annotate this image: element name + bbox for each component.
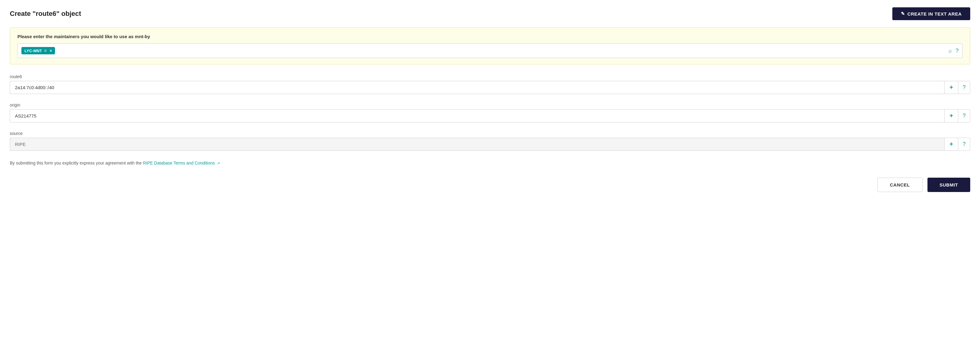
mnt-by-label: Please enter the maintainers you would l… — [18, 34, 963, 39]
origin-input[interactable] — [10, 109, 944, 122]
route6-label: route6 — [10, 74, 970, 79]
origin-help-button[interactable]: ? — [958, 109, 970, 122]
origin-field-section: origin + ? — [10, 103, 970, 122]
mnt-tag-star-icon: ☆ — [44, 49, 47, 53]
mnt-by-input-row[interactable]: LYC-MNT ☆ × ⌕ ? — [18, 43, 963, 58]
edit-icon: ✎ — [901, 11, 905, 16]
page-title: Create "route6" object — [10, 10, 81, 18]
source-field-section: source + ? — [10, 131, 970, 151]
route6-help-button[interactable]: ? — [958, 81, 970, 94]
mnt-by-section: Please enter the maintainers you would l… — [10, 27, 970, 65]
create-text-area-label: CREATE IN TEXT AREA — [907, 11, 962, 16]
terms-link-text: RIPE Database Terms and Conditions — [143, 161, 215, 165]
external-link-icon: ↗ — [217, 161, 220, 165]
origin-add-button[interactable]: + — [944, 109, 958, 122]
route6-field-row: + ? — [10, 81, 970, 94]
action-row: CANCEL SUBMIT — [10, 178, 970, 192]
source-add-button[interactable]: + — [944, 138, 958, 151]
mnt-tag-remove-button[interactable]: × — [49, 48, 52, 53]
route6-field-section: route6 + ? — [10, 74, 970, 94]
cancel-button[interactable]: CANCEL — [877, 178, 923, 192]
source-field-row: + ? — [10, 138, 970, 151]
search-icon[interactable]: ⌕ — [948, 47, 952, 54]
submit-button[interactable]: SUBMIT — [928, 178, 970, 192]
mnt-tag-name: LYC-MNT — [24, 49, 42, 53]
source-input — [10, 138, 944, 151]
origin-label: origin — [10, 103, 970, 108]
source-help-button[interactable]: ? — [958, 138, 970, 151]
terms-link[interactable]: RIPE Database Terms and Conditions ↗ — [143, 161, 220, 165]
route6-add-button[interactable]: + — [944, 81, 958, 94]
terms-row: By submitting this form you explicitly e… — [10, 161, 970, 165]
mnt-tag[interactable]: LYC-MNT ☆ × — [21, 47, 55, 54]
create-in-text-area-button[interactable]: ✎ CREATE IN TEXT AREA — [892, 7, 970, 20]
terms-prefix: By submitting this form you explicitly e… — [10, 161, 143, 165]
source-label: source — [10, 131, 970, 136]
route6-input[interactable] — [10, 81, 944, 94]
origin-field-row: + ? — [10, 109, 970, 122]
help-icon[interactable]: ? — [956, 47, 959, 54]
